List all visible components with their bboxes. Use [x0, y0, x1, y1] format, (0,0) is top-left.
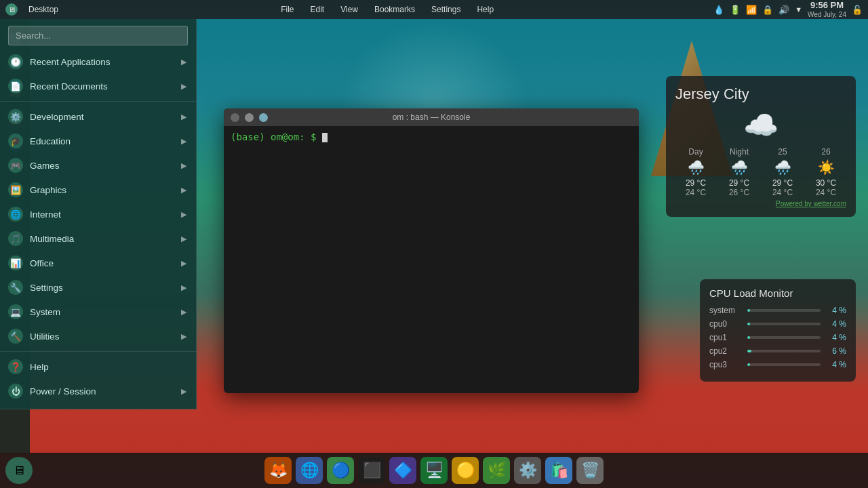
dock-sketch[interactable]: 🟡	[452, 457, 479, 484]
menu-item-help[interactable]: ❓ Help	[0, 354, 196, 379]
help-label: Help	[30, 362, 49, 372]
weather-day-label-3: 26	[806, 147, 846, 157]
topbar-menu-help[interactable]: Help	[474, 3, 496, 16]
topbar-menu-view[interactable]: View	[338, 3, 361, 16]
app-menu: 🕐 Recent Applications ▶ 📄 Recent Documen…	[0, 19, 197, 409]
dock-trash[interactable]: 🗑️	[576, 457, 604, 484]
recent-docs-icon: 📄	[8, 79, 23, 94]
weather-day-label-0: Day	[675, 147, 716, 157]
chevron-right-icon-7: ▶	[181, 210, 186, 219]
chevron-right-icon-5: ▶	[181, 161, 186, 170]
menu-item-settings[interactable]: 🔧 Settings ▶	[0, 275, 196, 300]
cpu1-pct: 4 %	[826, 333, 846, 342]
menu-item-system[interactable]: 💻 System ▶	[0, 300, 196, 324]
dock-konsole[interactable]: ⬛	[358, 457, 385, 484]
weather-powered-by: Powered by wetter.com	[675, 200, 846, 207]
chevron-right-icon: ▶	[181, 58, 186, 66]
system-icon: 💻	[8, 304, 23, 319]
menu-item-recent-apps[interactable]: 🕐 Recent Applications ▶	[0, 49, 196, 74]
menu-item-education[interactable]: 🎓 Education ▶	[0, 129, 196, 153]
chevron-right-icon-4: ▶	[181, 137, 186, 146]
weather-day-icon-0: 🌧️	[675, 159, 716, 176]
topbar-menu-edit[interactable]: Edit	[308, 3, 328, 16]
menu-divider-1	[0, 101, 196, 102]
education-label: Education	[30, 136, 71, 146]
weather-days: Day 🌧️ 29 °C 24 °C Night 🌧️ 29 °C 26 °C …	[675, 147, 846, 197]
dock-store[interactable]: 🛍️	[545, 457, 572, 484]
dock-chrome[interactable]: 🔵	[327, 457, 354, 484]
terminal-close-button[interactable]	[231, 113, 239, 122]
development-label: Development	[30, 112, 84, 122]
weather-day-icon-2: 🌧️	[762, 159, 803, 176]
cpu0-pct: 4 %	[826, 319, 846, 329]
recent-apps-label: Recent Applications	[30, 57, 111, 67]
dock-kdevelop[interactable]: 🔷	[389, 457, 416, 484]
menu-item-graphics[interactable]: 🖼️ Graphics ▶	[0, 178, 196, 202]
cpu0-label: cpu0	[709, 319, 742, 329]
chevron-right-icon-3: ▶	[181, 113, 186, 121]
clock: 9:56 PM Wed July, 24	[808, 0, 846, 19]
weather-day-2: 25 🌧️ 29 °C 24 °C	[762, 147, 803, 197]
topbar-wifi-icon: 📶	[746, 5, 757, 15]
chevron-right-icon-8: ▶	[181, 235, 186, 243]
cpu-monitor-title: CPU Load Monitor	[709, 287, 846, 299]
start-button[interactable]: 🖥	[5, 457, 33, 484]
weather-hi-2: 29 °C	[762, 178, 803, 188]
topbar-desktop-label[interactable]: Desktop	[26, 3, 61, 16]
menu-item-power[interactable]: ⏻ Power / Session ▶	[0, 379, 196, 403]
dock-plasma[interactable]: 🌐	[296, 457, 323, 484]
topbar-dropdown-icon[interactable]: ▼	[795, 5, 802, 14]
dock-app1[interactable]: 🌿	[483, 457, 510, 484]
menu-item-utilities[interactable]: 🔨 Utilities ▶	[0, 324, 196, 348]
lock-icon[interactable]: 🔓	[852, 5, 863, 15]
power-icon: ⏻	[8, 384, 23, 399]
topbar: 🖥 Desktop File Edit View Bookmarks Setti…	[0, 0, 868, 19]
weather-day-label-1: Night	[719, 147, 760, 157]
chevron-right-icon-10: ▶	[181, 283, 186, 292]
terminal-maximize-button[interactable]	[259, 113, 268, 122]
cpu-row-cpu3: cpu3 4 %	[709, 360, 846, 369]
clock-time: 9:56 PM	[808, 0, 846, 11]
menu-divider-2	[0, 351, 196, 352]
terminal-body[interactable]: (base) om@om: $	[224, 126, 639, 393]
cpu-row-cpu1: cpu1 4 %	[709, 333, 846, 342]
menu-item-games[interactable]: 🎮 Games ▶	[0, 153, 196, 178]
system-label: System	[30, 307, 60, 317]
search-input[interactable]	[8, 26, 188, 45]
terminal-prompt: (base) om@om: $	[231, 131, 316, 142]
cpu2-pct: 6 %	[826, 346, 846, 356]
topbar-menu-settings[interactable]: Settings	[429, 3, 463, 16]
utilities-icon: 🔨	[8, 329, 23, 344]
dock-pycharm[interactable]: 🖥️	[420, 457, 448, 484]
education-icon: 🎓	[8, 134, 23, 148]
terminal-title: om : bash — Konsole	[393, 113, 471, 122]
weather-main-icon: ☁️	[675, 108, 846, 142]
office-icon: 📊	[8, 256, 23, 270]
menu-item-multimedia[interactable]: 🎵 Multimedia ▶	[0, 226, 196, 251]
clock-date: Wed July, 24	[808, 11, 846, 19]
weather-hi-3: 30 °C	[806, 178, 846, 188]
internet-label: Internet	[30, 209, 61, 220]
topbar-menu-file[interactable]: File	[278, 3, 296, 16]
weather-day-label-2: 25	[762, 147, 803, 157]
weather-day-3: 26 ☀️ 30 °C 24 °C	[806, 147, 846, 197]
chevron-right-icon-13: ▶	[181, 387, 186, 396]
chevron-right-icon-6: ▶	[181, 186, 186, 195]
start-icon[interactable]: 🖥	[5, 3, 18, 16]
menu-item-recent-docs[interactable]: 📄 Recent Documents ▶	[0, 74, 196, 98]
menu-item-internet[interactable]: 🌐 Internet ▶	[0, 202, 196, 226]
settings-icon: 🔧	[8, 280, 23, 295]
menu-item-development[interactable]: ⚙️ Development ▶	[0, 104, 196, 129]
topbar-menu-bookmarks[interactable]: Bookmarks	[372, 3, 418, 16]
cpu-system-bar-bg	[747, 309, 821, 312]
dock-settings[interactable]: ⚙️	[514, 457, 541, 484]
cpu0-bar-bg	[747, 323, 821, 325]
menu-item-office[interactable]: 📊 Office ▶	[0, 251, 196, 275]
terminal-minimize-button[interactable]	[245, 113, 254, 122]
weather-day-icon-1: 🌧️	[719, 159, 760, 176]
dock-firefox[interactable]: 🦊	[264, 457, 292, 484]
cpu-monitor: CPU Load Monitor system 4 % cpu0 4 % cpu…	[700, 279, 856, 382]
cpu-row-cpu0: cpu0 4 %	[709, 319, 846, 329]
cpu3-bar-fill	[747, 363, 750, 366]
cpu1-bar-bg	[747, 336, 821, 339]
